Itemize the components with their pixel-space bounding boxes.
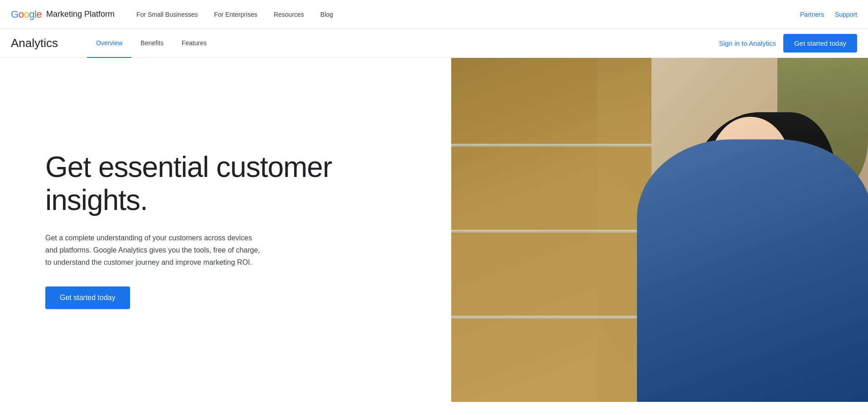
hero-description: Get a complete understanding of your cus… <box>45 232 263 269</box>
logo-e: e <box>36 9 42 20</box>
person-figure <box>574 76 868 402</box>
top-navigation: Google Marketing Platform For Small Busi… <box>0 0 868 29</box>
person-jacket <box>637 139 868 402</box>
hero-section: Get essential customer insights. Get a c… <box>0 58 868 402</box>
get-started-hero-button[interactable]: Get started today <box>45 286 130 309</box>
nav-partners[interactable]: Partners <box>800 11 824 18</box>
nav-enterprises[interactable]: For Enterprises <box>214 11 257 18</box>
google-logo: Google <box>11 9 42 20</box>
secondary-nav-links: Overview Benefits Features <box>87 29 216 58</box>
logo-g2: g <box>29 9 34 20</box>
tab-overview[interactable]: Overview <box>87 29 131 58</box>
secondary-nav-right: Sign in to Analytics Get started today <box>719 34 857 52</box>
hero-scene <box>451 58 868 402</box>
tab-features[interactable]: Features <box>173 29 216 58</box>
nav-support[interactable]: Support <box>835 11 857 18</box>
top-nav-links: For Small Businesses For Enterprises Res… <box>136 11 800 18</box>
hero-image-area <box>451 58 868 402</box>
top-nav-right: Partners Support <box>800 11 857 18</box>
hero-heading: Get essential customer insights. <box>45 151 424 217</box>
nav-resources[interactable]: Resources <box>274 11 304 18</box>
sign-in-link[interactable]: Sign in to Analytics <box>719 39 776 47</box>
nav-small-businesses[interactable]: For Small Businesses <box>136 11 198 18</box>
platform-name: Marketing Platform <box>46 10 115 19</box>
product-title: Analytics <box>11 36 65 50</box>
tab-benefits[interactable]: Benefits <box>131 29 173 58</box>
secondary-navigation: Analytics Overview Benefits Features Sig… <box>0 29 868 58</box>
logo-o2: o <box>24 9 29 20</box>
logo-area: Google Marketing Platform <box>11 9 115 20</box>
logo-o1: o <box>19 9 24 20</box>
hero-content: Get essential customer insights. Get a c… <box>0 58 451 402</box>
get-started-nav-button[interactable]: Get started today <box>783 34 857 52</box>
logo-g: G <box>11 9 19 20</box>
nav-blog[interactable]: Blog <box>320 11 333 18</box>
